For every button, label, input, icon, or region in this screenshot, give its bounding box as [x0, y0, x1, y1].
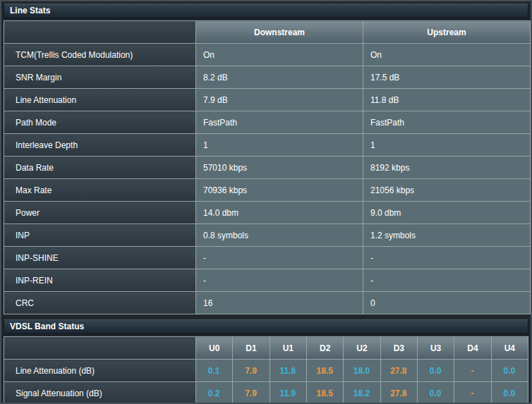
band-column-header-d4: D4 — [454, 337, 491, 360]
band-value: 18.5 — [306, 382, 343, 404]
stat-label: Interleave Depth — [4, 134, 196, 157]
stat-label: Max Rate — [4, 179, 196, 202]
vdsl-band-status-title: VDSL Band Status — [4, 319, 528, 334]
stat-label: Line Attenuation (dB) — [4, 360, 196, 382]
table-row: Line Attenuation 7.9 dB 11.8 dB — [4, 89, 531, 111]
band-value: 18.0 — [344, 360, 380, 382]
stat-label: TCM(Trellis Coded Modulation) — [4, 44, 196, 66]
stat-value-downstream: On — [196, 44, 363, 66]
table-row: Signal Attenuation (dB) 0.2 7.9 11.9 18.… — [4, 382, 528, 404]
stat-value-downstream: FastPath — [196, 111, 363, 134]
band-column-header-d1: D1 — [233, 337, 270, 360]
upstream-column-header: Upstream — [363, 21, 531, 44]
stat-value-upstream: - — [363, 269, 531, 292]
stat-value-downstream: - — [196, 269, 363, 292]
stat-value-downstream: 70936 kbps — [196, 179, 363, 202]
stat-value-downstream: 57010 kbps — [196, 157, 363, 179]
vdsl-band-status-table: U0 D1 U1 D2 U2 D3 U3 D4 U4 Line Attenuat… — [4, 336, 528, 404]
stat-value-upstream: 1 — [363, 134, 531, 157]
band-value: 0.0 — [417, 382, 454, 404]
band-value: 0.0 — [491, 382, 528, 404]
band-column-header-d3: D3 — [380, 337, 417, 360]
table-row: Interleave Depth 1 1 — [4, 134, 531, 157]
band-value: 0.2 — [196, 382, 233, 404]
band-value: 18.2 — [344, 382, 380, 404]
line-stats-header-row: Downstream Upstream — [4, 21, 531, 44]
vdsl-band-status-panel: VDSL Band Status U0 D1 U1 D2 U2 D3 U3 D4… — [4, 319, 528, 404]
band-value: 27.8 — [380, 382, 417, 404]
stat-value-upstream: 11.8 dB — [363, 89, 531, 111]
stat-label: Path Mode — [4, 111, 196, 134]
band-value: 7.9 — [233, 360, 270, 382]
stat-value-upstream: 17.5 dB — [363, 66, 531, 89]
table-row: SNR Margin 8.2 dB 17.5 dB — [4, 66, 531, 89]
table-row: Data Rate 57010 kbps 8192 kbps — [4, 157, 531, 179]
band-value: 27.8 — [380, 360, 417, 382]
table-row: CRC 16 0 — [4, 292, 531, 314]
line-stats-title: Line Stats — [4, 4, 528, 18]
corner-cell — [4, 337, 196, 360]
band-value: 11.9 — [270, 382, 306, 404]
stat-label: Power — [4, 202, 196, 224]
stat-label: SNR Margin — [4, 66, 196, 89]
dsl-status-page: Line Stats Downstream Upstream TCM(Trell… — [0, 0, 532, 404]
stat-value-downstream: 1 — [196, 134, 363, 157]
band-value: 7.9 — [233, 382, 270, 404]
downstream-column-header: Downstream — [196, 21, 363, 44]
stat-label: INP-SHINE — [4, 247, 196, 269]
stat-label: INP-REIN — [4, 269, 196, 292]
band-column-header-u0: U0 — [196, 337, 233, 360]
stat-value-upstream: 0 — [363, 292, 531, 314]
stat-value-downstream: 16 — [196, 292, 363, 314]
stat-value-upstream: On — [363, 44, 531, 66]
stat-value-downstream: 14.0 dbm — [196, 202, 363, 224]
band-column-header-u3: U3 — [417, 337, 454, 360]
band-value: 0.1 — [196, 360, 233, 382]
table-row: INP-SHINE - - — [4, 247, 531, 269]
band-column-header-u4: U4 — [491, 337, 528, 360]
stat-label: Line Attenuation — [4, 89, 196, 111]
band-value: 18.5 — [306, 360, 343, 382]
line-stats-table: Downstream Upstream TCM(Trellis Coded Mo… — [4, 20, 531, 314]
stat-label: INP — [4, 224, 196, 247]
table-row: Line Attenuation (dB) 0.1 7.9 11.8 18.5 … — [4, 360, 528, 382]
vdsl-header-row: U0 D1 U1 D2 U2 D3 U3 D4 U4 — [4, 337, 528, 360]
table-row: INP-REIN - - — [4, 269, 531, 292]
stat-value-upstream: 1.2 symbols — [363, 224, 531, 247]
stat-label: CRC — [4, 292, 196, 314]
stat-label: Data Rate — [4, 157, 196, 179]
stat-value-upstream: 21056 kbps — [363, 179, 531, 202]
table-row: INP 0.8 symbols 1.2 symbols — [4, 224, 531, 247]
band-value: 0.0 — [491, 360, 528, 382]
stat-value-downstream: 8.2 dB — [196, 66, 363, 89]
table-row: Power 14.0 dbm 9.0 dbm — [4, 202, 531, 224]
stat-value-upstream: FastPath — [363, 111, 531, 134]
stat-value-upstream: 9.0 dbm — [363, 202, 531, 224]
line-stats-panel: Line Stats Downstream Upstream TCM(Trell… — [4, 4, 528, 314]
table-row: TCM(Trellis Coded Modulation) On On — [4, 44, 531, 66]
band-column-header-u2: U2 — [344, 337, 380, 360]
stat-value-upstream: - — [363, 247, 531, 269]
stat-value-downstream: 7.9 dB — [196, 89, 363, 111]
table-row: Max Rate 70936 kbps 21056 kbps — [4, 179, 531, 202]
band-column-header-u1: U1 — [270, 337, 306, 360]
band-value: 11.8 — [270, 360, 306, 382]
table-row: Path Mode FastPath FastPath — [4, 111, 531, 134]
stat-value-downstream: - — [196, 247, 363, 269]
band-value: - — [454, 382, 491, 404]
stat-value-upstream: 8192 kbps — [363, 157, 531, 179]
band-value: 0.0 — [417, 360, 454, 382]
corner-cell — [4, 21, 196, 44]
band-column-header-d2: D2 — [306, 337, 343, 360]
band-value: - — [454, 360, 491, 382]
stat-value-downstream: 0.8 symbols — [196, 224, 363, 247]
stat-label: Signal Attenuation (dB) — [4, 382, 196, 404]
